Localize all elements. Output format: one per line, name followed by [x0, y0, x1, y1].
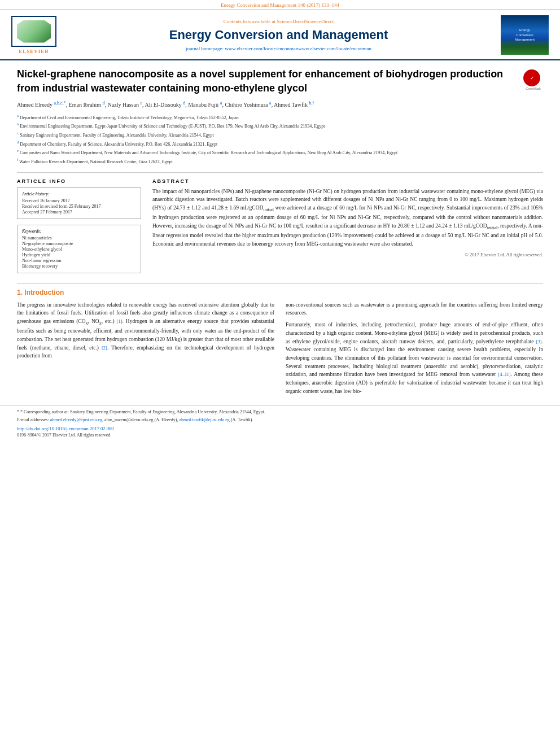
intro-title-text: Introduction — [24, 289, 64, 296]
received-date: Received 16 January 2017 — [22, 198, 136, 203]
keyword-6: Bioenergy recovery — [22, 264, 136, 269]
sciencedirect-prefix: Contents lists available at — [224, 19, 275, 24]
keyword-3: Mono-ethylene glycol — [22, 247, 136, 252]
intro-section-title: 1. Introduction — [17, 289, 543, 296]
issn-line: 0196-8904/© 2017 Elsevier Ltd. All right… — [17, 433, 543, 438]
top-bar: Energy Conversion and Management 140 (20… — [0, 0, 560, 10]
crossmark-circle: ✓ — [523, 69, 540, 86]
cover-line3: Management — [515, 37, 535, 42]
article-title-section: ✓ CrossMark Nickel-graphene nanocomposit… — [17, 67, 543, 95]
intro-right-text: non-conventional sources such as wastewa… — [286, 301, 543, 396]
journal-title-main: Energy Conversion and Management — [68, 28, 489, 42]
homepage-label: journal homepage: — [186, 46, 224, 51]
abstract-section-label: ABSTRACT — [152, 178, 543, 184]
email-note-2: (A. Tawfik). — [230, 417, 253, 422]
article-title: Nickel-graphene nanocomposite as a novel… — [17, 67, 543, 95]
email-label: E-mail addresses: — [17, 417, 50, 422]
crossmark-badge: ✓ CrossMark — [523, 69, 543, 89]
article-info-box: Article history: Received 16 January 201… — [17, 187, 141, 219]
history-label: Article history: — [22, 191, 136, 196]
journal-homepage: journal homepage: www.elsevier.com/locat… — [68, 46, 489, 51]
article-info-section-label: ARTICLE INFO — [17, 178, 141, 184]
footnote-star-text: * * Corresponding author at: Sanitary En… — [17, 409, 543, 416]
doi-link[interactable]: http://dx.doi.org/10.1016/j.enconman.201… — [17, 426, 114, 431]
intro-left-text: The progress in innovative technologies … — [17, 301, 274, 360]
keyword-2: Ni-graphene nanocomposite — [22, 241, 136, 246]
keywords-title: Keywords: — [22, 229, 136, 234]
journal-header-center: Contents lists available at ScienceDirec… — [56, 19, 501, 51]
elsevier-logo-box — [11, 16, 56, 47]
affil-d: Department of Chemistry, Faculty of Scie… — [20, 141, 217, 146]
keyword-4: Hydrogen yield — [22, 252, 136, 257]
abstract-text: The impact of Ni nanoparticles (NPs) and… — [152, 187, 543, 248]
journal-reference: Energy Conversion and Management 140 (20… — [221, 2, 339, 8]
accepted-date: Accepted 27 February 2017 — [22, 209, 136, 215]
keywords-box: Keywords: Ni nanoparticles Ni-graphene n… — [17, 225, 141, 273]
authors-line: Ahmed Elreedy a,b,c,*, Eman Ibrahim d, N… — [17, 100, 543, 109]
sciencedirect-link-text[interactable]: ScienceDirect — [277, 19, 305, 24]
elsevier-label: ELSEVIER — [19, 49, 49, 54]
copyright-line: © 2017 Elsevier Ltd. All rights reserved… — [152, 252, 543, 257]
cover-line1: Energy — [519, 28, 530, 32]
elsevier-logo-container: ELSEVIER — [11, 16, 56, 54]
affil-a: Department of Civil and Environmental En… — [20, 115, 239, 120]
email-3[interactable]: ahmed.tawfik@ejust.edu.eg — [180, 417, 230, 422]
affil-f: Water Pollution Research Department, Nat… — [19, 159, 173, 164]
doi-line[interactable]: http://dx.doi.org/10.1016/j.enconman.201… — [17, 426, 543, 431]
sciencedirect-line: Contents lists available at ScienceDirec… — [68, 19, 489, 24]
affil-e: Composites and Nano Structured Departmen… — [20, 150, 397, 155]
affil-c: Sanitary Engineering Department, Faculty… — [20, 133, 214, 138]
footnote-emails: E-mail addresses: ahmed.elreedy@ejust.ed… — [17, 417, 543, 423]
keyword-1: Ni nanoparticles — [22, 235, 136, 241]
crossmark-label: CrossMark — [523, 87, 543, 90]
received-revised-date: Received in revised form 25 February 201… — [22, 204, 136, 209]
footnote-corresponding-author: * Corresponding author at: Sanitary Engi… — [20, 409, 265, 414]
homepage-url[interactable]: www.elsevier.com/locate/enconman — [225, 46, 298, 51]
affiliations-block: a Department of Civil and Environmental … — [17, 113, 543, 165]
journal-cover: Energy Conversion Management — [501, 15, 549, 55]
email-note-alexa: , ahm_nazem@alexu.edu.eg (A. Elreedy), — [102, 417, 179, 422]
affil-b: Environmental Engineering Department, Eg… — [20, 124, 325, 129]
keyword-5: Non-linear regression — [22, 258, 136, 263]
journal-header: ELSEVIER Contents lists available at Sci… — [0, 10, 560, 60]
intro-number: 1. — [17, 289, 24, 296]
footnote-star-symbol: * — [17, 409, 19, 414]
cover-line2: Conversion — [516, 33, 533, 37]
email-1[interactable]: ahmed.elreedy@ejust.edu.eg — [50, 417, 102, 422]
